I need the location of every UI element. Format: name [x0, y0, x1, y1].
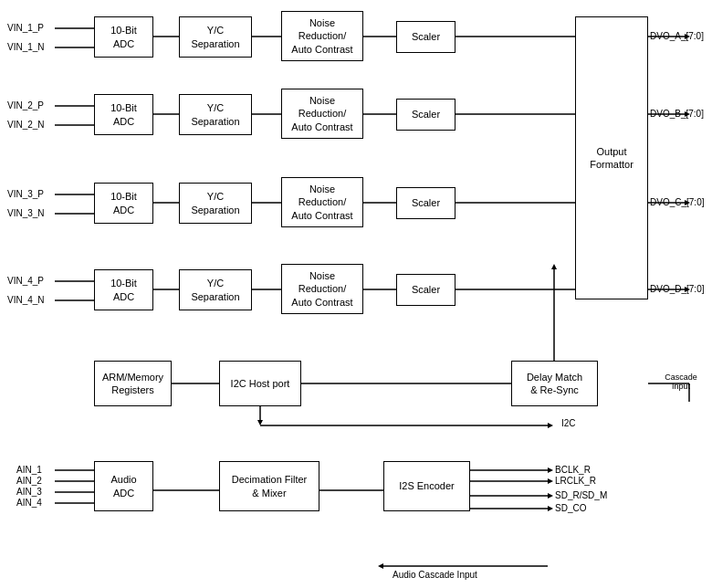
i2c-label: I2C — [561, 418, 576, 428]
audio-cascade-label: Audio Cascade Input — [393, 570, 477, 580]
nr1-block: NoiseReduction/Auto Contrast — [281, 11, 363, 61]
dvo-c-label: DVO_C_[7:0] — [650, 197, 704, 207]
yc3-block: Y/CSeparation — [179, 183, 252, 224]
nr2-block: NoiseReduction/Auto Contrast — [281, 89, 363, 139]
svg-marker-67 — [548, 423, 553, 428]
dec-filter-block: Decimation Filter& Mixer — [219, 461, 319, 511]
cascade-input-label: CascadeInput — [654, 373, 708, 391]
block-diagram: VIN_1_P VIN_1_N VIN_2_P VIN_2_N VIN_3_P … — [0, 0, 712, 588]
svg-marker-81 — [548, 467, 553, 473]
output-formatter-block: OutputFormattor — [575, 16, 648, 299]
vin1n-label: VIN_1_N — [7, 42, 45, 52]
svg-marker-83 — [548, 478, 553, 484]
yc2-block: Y/CSeparation — [179, 94, 252, 135]
ain2-label: AIN_2 — [16, 476, 42, 486]
dvo-b-label: DVO_B_[7:0] — [650, 109, 704, 119]
dvo-d-label: DVO_D_[7:0] — [650, 284, 704, 294]
vin3p-label: VIN_3_P — [7, 189, 44, 199]
vin1p-label: VIN_1_P — [7, 23, 44, 33]
lrclk-label: LRCLK_R — [555, 476, 596, 486]
svg-marker-65 — [257, 420, 263, 425]
ain4-label: AIN_4 — [16, 498, 42, 508]
svg-marker-89 — [378, 563, 383, 569]
ain1-label: AIN_1 — [16, 465, 42, 475]
dvo-a-label: DVO_A_[7:0] — [650, 31, 704, 41]
bclk-label: BCLK_R — [555, 465, 591, 475]
nr4-block: NoiseReduction/Auto Contrast — [281, 264, 363, 314]
vin2p-label: VIN_2_P — [7, 100, 44, 110]
i2s-encoder-block: I2S Encoder — [383, 461, 470, 511]
svg-marker-87 — [548, 506, 553, 511]
arm-block: ARM/MemoryRegisters — [94, 361, 172, 406]
scaler1-block: Scaler — [396, 21, 455, 53]
vin4p-label: VIN_4_P — [7, 276, 44, 286]
ain3-label: AIN_3 — [16, 487, 42, 497]
delay-match-block: Delay Match& Re-Sync — [511, 361, 598, 406]
scaler2-block: Scaler — [396, 99, 455, 131]
yc4-block: Y/CSeparation — [179, 269, 252, 310]
svg-marker-85 — [548, 493, 553, 499]
yc1-block: Y/CSeparation — [179, 16, 252, 58]
adc3-block: 10-BitADC — [94, 183, 153, 224]
vin4n-label: VIN_4_N — [7, 295, 45, 305]
adc2-block: 10-BitADC — [94, 94, 153, 135]
scaler4-block: Scaler — [396, 274, 455, 306]
scaler3-block: Scaler — [396, 187, 455, 219]
sd-co-label: SD_CO — [555, 503, 586, 513]
i2c-host-block: I2C Host port — [219, 361, 301, 406]
audio-adc-block: AudioADC — [94, 461, 153, 511]
vin3n-label: VIN_3_N — [7, 208, 45, 218]
adc1-block: 10-BitADC — [94, 16, 153, 58]
adc4-block: 10-BitADC — [94, 269, 153, 310]
nr3-block: NoiseReduction/Auto Contrast — [281, 177, 363, 227]
sd-r-label: SD_R/SD_M — [555, 490, 607, 500]
vin2n-label: VIN_2_N — [7, 120, 45, 130]
svg-marker-61 — [551, 264, 557, 269]
